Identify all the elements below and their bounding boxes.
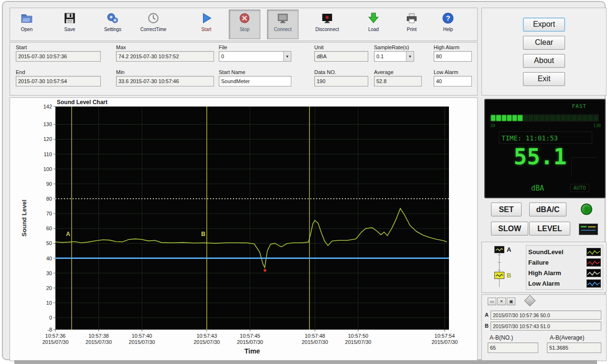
connect-label: Connect <box>267 27 298 32</box>
file-select[interactable]: 0 ▼ <box>219 51 291 62</box>
clear-button[interactable]: Clear <box>523 36 565 50</box>
navigate-icon[interactable] <box>524 295 535 306</box>
legend-label: Failure <box>528 259 587 266</box>
stop-icon <box>229 10 260 26</box>
cursor-track <box>499 248 500 287</box>
max-value-field: 74.2 2015-07-30 10:57:52 <box>116 51 214 62</box>
legend-item-failure: Failure <box>528 257 601 268</box>
min-value-field: 33.6 2015-07-30 10:57:46 <box>116 76 214 86</box>
failure-swatch-icon <box>587 258 601 267</box>
legend-list: SoundLevel Failure High Alarm <box>526 245 603 290</box>
low-alarm-field-label: Low Alarm <box>434 69 472 75</box>
disconnect-label: Disconnect <box>310 27 344 32</box>
save-button[interactable]: Save <box>54 10 85 39</box>
print-button[interactable]: Print <box>396 10 427 39</box>
sample-rate-field-label: SampleRate(s) <box>374 44 414 50</box>
load-label: Load <box>358 27 389 32</box>
dbac-button[interactable]: dBA/C <box>529 203 566 216</box>
level-button[interactable]: LEVEL <box>529 222 570 236</box>
svg-text:10:57:43: 10:57:43 <box>197 333 217 339</box>
low-alarm-swatch-icon <box>587 279 601 288</box>
svg-text:2015/07/30: 2015/07/30 <box>237 339 263 345</box>
download-arrow-icon <box>358 10 389 26</box>
data-no-field: 190 <box>314 76 368 86</box>
sample-rate-value: 0.1 <box>374 54 406 59</box>
legend-item-soundlevel: SoundLevel <box>528 246 601 257</box>
sample-rate-select[interactable]: 0.1 ▼ <box>374 51 414 62</box>
legend-label: SoundLevel <box>528 248 587 256</box>
ab-avg-field: 51.3685 <box>547 343 601 353</box>
chevron-down-icon[interactable]: ▼ <box>283 52 291 61</box>
high-alarm-input[interactable]: 80 <box>434 51 472 62</box>
stop-label: Stop <box>229 27 260 32</box>
svg-text:Time: Time <box>245 347 260 355</box>
svg-text:10: 10 <box>46 300 52 306</box>
open-button[interactable]: Open <box>11 10 43 39</box>
help-button[interactable]: ? Help <box>432 10 464 39</box>
bar-scale-min: 30 <box>490 123 495 128</box>
chart-panel: Sound Level Chart14213012011010090807060… <box>10 97 478 361</box>
average-field-label: Average <box>374 69 422 75</box>
file-select-value: 0 <box>219 54 283 59</box>
svg-text:20: 20 <box>46 285 52 291</box>
ab-no-field: 65 <box>488 343 538 353</box>
cursor-b-row: B 2015/07/30 10:57:43 51.0 <box>491 321 601 331</box>
cursor-b-row-label: B <box>485 323 489 329</box>
unit-field: dBA <box>314 51 368 62</box>
meter-value: 55.1 <box>504 144 576 170</box>
ab-avg-label: A-B(Average) <box>550 334 584 341</box>
low-alarm-input[interactable]: 40 <box>434 76 472 86</box>
status-fields-panel: Start 2015-07-30 10:57:36 End 2015-07-30… <box>10 42 478 96</box>
start-time-field: 2015-07-30 10:57:36 <box>16 51 101 62</box>
svg-text:40: 40 <box>46 256 52 261</box>
disconnect-button[interactable]: Disconnect <box>310 10 344 39</box>
svg-text:90: 90 <box>46 181 52 187</box>
export-button[interactable]: Export <box>523 18 565 32</box>
load-button[interactable]: Load <box>358 10 389 39</box>
legend-label: Low Alarm <box>528 280 587 287</box>
gear-icon <box>97 10 128 26</box>
cursor-data-panel: ▭ ✕ ▣ A 2015/07/30 10:57:36 50.0 B 2015/… <box>481 294 607 361</box>
stop-button[interactable]: Stop <box>229 10 260 39</box>
cursor-a-label: A <box>507 246 511 253</box>
svg-text:50: 50 <box>46 240 52 246</box>
play-icon <box>191 10 222 26</box>
help-icon: ? <box>433 10 463 26</box>
settings-button[interactable]: Settings <box>97 10 128 39</box>
svg-text:-8: -8 <box>47 327 52 332</box>
svg-text:2015/07/30: 2015/07/30 <box>193 339 220 345</box>
bar-scale-max: 130 <box>593 123 601 128</box>
action-buttons-panel: Export Clear About Exit <box>481 8 607 96</box>
level-bar <box>490 114 599 122</box>
svg-text:10:57:48: 10:57:48 <box>305 333 325 339</box>
legend-label: High Alarm <box>528 269 587 277</box>
correct-time-label: CorrectTime <box>136 27 171 32</box>
cursor-a-handle[interactable] <box>494 246 504 253</box>
svg-text:10:57:50: 10:57:50 <box>348 333 368 339</box>
svg-text:10:57:36: 10:57:36 <box>45 333 66 339</box>
set-button[interactable]: SET <box>491 203 522 216</box>
svg-text:60: 60 <box>46 225 52 231</box>
meter-buttons-panel: SET dBA/C SLOW LEVEL <box>484 200 606 241</box>
slow-button[interactable]: SLOW <box>491 222 528 236</box>
about-button[interactable]: About <box>523 54 565 68</box>
cursor-a-row-label: A <box>485 312 489 318</box>
high-alarm-field-label: High Alarm <box>434 44 472 50</box>
zoom-window-icon[interactable]: ▣ <box>507 298 515 305</box>
exit-button[interactable]: Exit <box>523 72 565 86</box>
end-field-label: End <box>16 69 101 75</box>
meter-thumbnail-button[interactable] <box>579 224 598 235</box>
cursor-b-handle[interactable] <box>494 272 504 279</box>
zoom-reset-icon[interactable]: ✕ <box>497 298 506 305</box>
start-button[interactable]: Start <box>191 10 222 39</box>
sound-level-chart[interactable]: Sound Level Chart14213012011010090807060… <box>10 98 477 361</box>
zoom-x-icon[interactable]: ▭ <box>488 298 496 305</box>
max-field-label: Max <box>116 44 214 50</box>
chevron-down-icon[interactable]: ▼ <box>406 52 414 61</box>
correct-time-button[interactable]: CorrectTime <box>135 10 171 39</box>
printer-icon <box>396 10 427 26</box>
start-name-input[interactable]: SoundMeter <box>219 76 291 86</box>
average-field: 52.8 <box>374 76 422 86</box>
connect-button[interactable]: Connect <box>267 10 299 39</box>
unit-field-label: Unit <box>314 44 368 50</box>
